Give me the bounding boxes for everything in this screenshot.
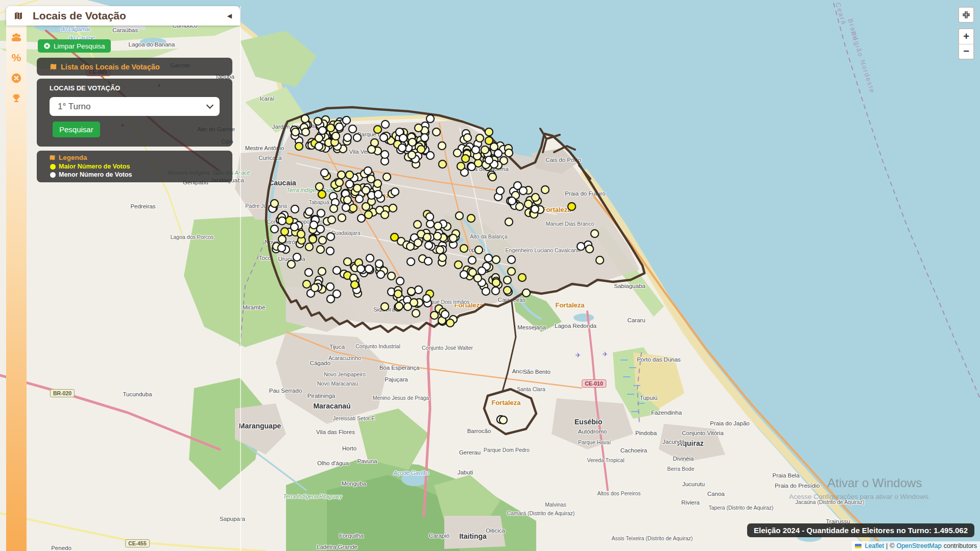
vote-location-marker[interactable]	[503, 286, 512, 295]
vote-location-marker[interactable]	[342, 116, 351, 125]
vote-location-marker[interactable]	[332, 290, 341, 298]
vote-location-marker[interactable]	[426, 151, 435, 160]
vote-location-marker[interactable]	[475, 134, 484, 142]
vote-location-marker[interactable]	[355, 195, 364, 203]
vote-location-marker[interactable]	[524, 200, 533, 208]
vote-location-marker[interactable]	[287, 260, 296, 269]
vote-location-marker[interactable]	[301, 128, 310, 136]
vote-location-marker[interactable]	[413, 220, 422, 229]
vote-location-marker[interactable]	[503, 276, 512, 284]
vote-location-marker[interactable]	[585, 245, 594, 253]
vote-location-marker[interactable]	[270, 199, 279, 208]
vote-location-marker[interactable]	[350, 280, 359, 289]
vote-location-marker[interactable]	[522, 289, 531, 297]
vote-location-marker[interactable]	[499, 416, 508, 424]
vote-location-marker[interactable]	[390, 233, 399, 242]
vote-location-marker[interactable]	[318, 190, 326, 199]
vote-location-marker[interactable]	[595, 256, 604, 265]
vote-location-marker[interactable]	[488, 173, 497, 181]
vote-location-marker[interactable]	[320, 169, 329, 177]
vote-location-marker[interactable]	[399, 134, 408, 142]
vote-location-marker[interactable]	[277, 244, 286, 252]
vote-location-marker[interactable]	[395, 302, 403, 310]
vote-location-marker[interactable]	[457, 162, 465, 171]
vote-location-marker[interactable]	[467, 162, 476, 171]
vote-location-marker[interactable]	[398, 143, 407, 152]
vote-location-marker[interactable]	[485, 156, 493, 164]
turno-select[interactable]: 1° Turno	[50, 97, 220, 116]
vote-location-marker[interactable]	[496, 186, 505, 195]
vote-location-marker[interactable]	[461, 154, 470, 163]
vote-location-marker[interactable]	[326, 282, 334, 291]
vote-location-marker[interactable]	[367, 175, 375, 183]
vote-location-marker[interactable]	[438, 160, 447, 169]
vote-location-marker[interactable]	[577, 242, 585, 251]
vote-location-marker[interactable]	[302, 280, 311, 289]
vote-location-marker[interactable]	[425, 212, 434, 221]
vote-location-marker[interactable]	[519, 186, 528, 195]
vote-location-marker[interactable]	[423, 233, 432, 242]
vote-location-marker[interactable]	[414, 238, 422, 247]
vote-location-marker[interactable]	[345, 171, 354, 179]
sidebar-tab-percent[interactable]: %	[6, 49, 27, 66]
clear-search-button[interactable]: Limpar Pesquisa	[38, 39, 111, 53]
vote-location-marker[interactable]	[492, 255, 500, 264]
vote-location-marker[interactable]	[364, 210, 373, 219]
voting-list-header[interactable]: Lista dos Locais de Votação	[37, 58, 232, 76]
vote-location-marker[interactable]	[367, 145, 376, 154]
vote-location-marker[interactable]	[270, 225, 279, 233]
vote-location-marker[interactable]	[463, 133, 472, 142]
vote-location-marker[interactable]	[348, 125, 357, 133]
vote-location-marker[interactable]	[329, 204, 338, 213]
vote-location-marker[interactable]	[362, 202, 370, 211]
vote-location-marker[interactable]	[396, 277, 404, 285]
vote-location-marker[interactable]	[407, 257, 415, 266]
vote-location-marker[interactable]	[337, 171, 346, 179]
vote-location-marker[interactable]	[353, 133, 362, 142]
vote-location-marker[interactable]	[412, 309, 420, 318]
vote-location-marker[interactable]	[308, 235, 317, 244]
vote-location-marker[interactable]	[315, 142, 323, 151]
vote-location-marker[interactable]	[297, 230, 305, 238]
vote-location-marker[interactable]	[327, 215, 336, 224]
vote-location-marker[interactable]	[531, 193, 540, 202]
vote-location-marker[interactable]	[343, 133, 352, 142]
vote-location-marker[interactable]	[505, 149, 513, 157]
vote-location-marker[interactable]	[477, 267, 486, 275]
vote-location-marker[interactable]	[305, 207, 314, 216]
vote-location-marker[interactable]	[424, 257, 433, 266]
sidebar-tab-cancel[interactable]	[6, 69, 27, 87]
vote-location-marker[interactable]	[332, 266, 341, 275]
vote-location-marker[interactable]	[380, 150, 389, 159]
vote-location-marker[interactable]	[391, 187, 399, 196]
search-button[interactable]: Pesquisar	[53, 122, 100, 137]
vote-location-marker[interactable]	[484, 254, 493, 262]
vote-location-marker[interactable]	[507, 255, 516, 264]
vote-location-marker[interactable]	[453, 149, 462, 157]
vote-location-marker[interactable]	[380, 302, 389, 311]
vote-location-marker[interactable]	[374, 190, 383, 199]
vote-location-marker[interactable]	[567, 202, 576, 211]
zoom-out-button[interactable]: −	[959, 44, 973, 59]
vote-location-marker[interactable]	[507, 267, 516, 276]
vote-location-marker[interactable]	[326, 232, 335, 241]
zoom-in-button[interactable]: +	[959, 29, 973, 44]
vote-location-marker[interactable]	[343, 257, 352, 266]
vote-location-marker[interactable]	[387, 272, 396, 280]
vote-location-marker[interactable]	[454, 260, 463, 269]
vote-location-marker[interactable]	[434, 222, 442, 230]
vote-location-marker[interactable]	[422, 294, 431, 303]
vote-location-marker[interactable]	[383, 173, 391, 181]
vote-location-marker[interactable]	[468, 256, 476, 265]
vote-location-marker[interactable]	[316, 245, 325, 254]
vote-location-marker[interactable]	[331, 132, 340, 140]
leaflet-link[interactable]: Leaflet	[865, 542, 884, 549]
vote-location-marker[interactable]	[410, 298, 418, 307]
vote-location-marker[interactable]	[515, 202, 524, 211]
vote-location-marker[interactable]	[485, 128, 493, 136]
vote-location-marker[interactable]	[426, 114, 435, 123]
vote-location-marker[interactable]	[326, 124, 335, 132]
vote-location-marker[interactable]	[353, 184, 362, 193]
vote-location-marker[interactable]	[342, 203, 350, 212]
vote-location-marker[interactable]	[318, 236, 327, 245]
